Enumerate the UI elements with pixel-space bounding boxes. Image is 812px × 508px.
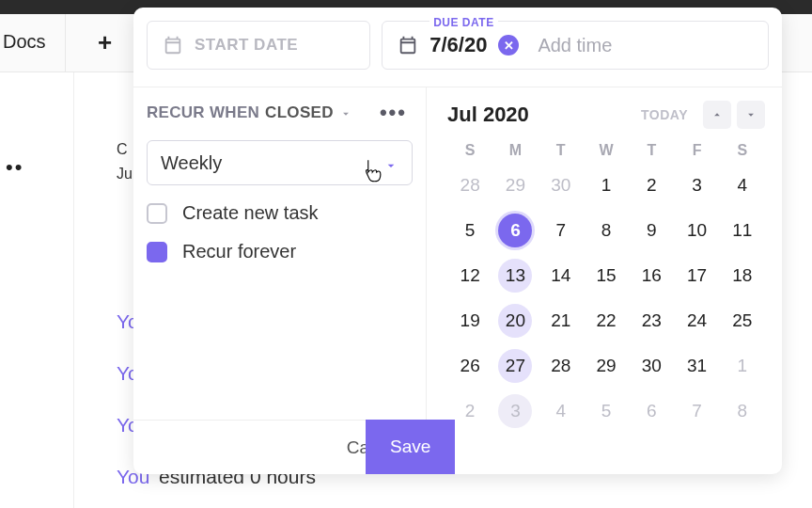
weekday-label: M [492, 142, 538, 159]
calendar-day[interactable]: 6 [629, 390, 674, 432]
calendar-day[interactable]: 9 [629, 210, 674, 251]
next-month-button[interactable] [737, 101, 765, 129]
chevron-down-icon[interactable] [339, 106, 352, 119]
divider [73, 72, 74, 508]
calendar-day[interactable]: 1 [720, 345, 765, 387]
recur-when-label: RECUR WHEN [147, 103, 259, 122]
more-horiz-icon[interactable]: •• [6, 155, 23, 180]
calendar-day[interactable]: 16 [629, 255, 674, 296]
date-recurrence-modal: START DATE DUE DATE 7/6/20 ✕ Add time RE… [133, 8, 782, 474]
calendar-day-selected[interactable]: 6 [492, 210, 538, 251]
calendar-day[interactable]: 27 [492, 345, 538, 387]
recurrence-panel: RECUR WHEN CLOSED ••• Weekly Create new … [133, 87, 427, 425]
frequency-value: Weekly [161, 152, 222, 174]
calendar-day[interactable]: 8 [584, 210, 629, 251]
calendar-day[interactable]: 3 [674, 165, 719, 206]
calendar-month-label: Jul 2020 [447, 103, 529, 127]
calendar-day[interactable]: 31 [674, 345, 719, 387]
calendar-day[interactable]: 30 [539, 165, 584, 206]
start-date-field[interactable]: START DATE [147, 21, 370, 70]
weekday-label: S [720, 142, 765, 159]
calendar-day[interactable]: 15 [584, 255, 629, 296]
more-options-icon[interactable]: ••• [374, 101, 413, 125]
calendar-day[interactable]: 10 [674, 210, 719, 251]
add-time-button[interactable]: Add time [538, 35, 612, 56]
calendar-day[interactable]: 30 [629, 345, 674, 387]
due-date-label: DUE DATE [429, 16, 497, 29]
calendar-day[interactable]: 26 [447, 345, 492, 387]
calendar-day[interactable]: 23 [629, 300, 674, 341]
calendar-day[interactable]: 8 [720, 390, 765, 432]
calendar-day[interactable]: 22 [584, 300, 629, 341]
recur-trigger-value[interactable]: CLOSED [265, 103, 334, 122]
calendar-day[interactable]: 4 [539, 390, 584, 432]
calendar-day[interactable]: 12 [447, 255, 492, 296]
calendar-grid: 2829301234567891011121314151617181920212… [447, 165, 765, 432]
calendar-day[interactable]: 7 [539, 210, 584, 251]
calendar-day[interactable]: 29 [584, 345, 629, 387]
calendar-day[interactable]: 5 [584, 390, 629, 432]
option-create-new-task[interactable]: Create new task [147, 202, 413, 224]
today-button[interactable]: TODAY [641, 107, 688, 122]
calendar-day[interactable]: 13 [492, 255, 538, 296]
start-date-placeholder: START DATE [195, 36, 298, 55]
calendar-day[interactable]: 29 [492, 165, 538, 206]
checkbox-checked[interactable] [147, 242, 167, 262]
checkbox-unchecked[interactable] [147, 203, 167, 224]
frequency-select[interactable]: Weekly [147, 140, 413, 185]
chevron-down-icon [383, 156, 398, 178]
weekday-header: SMTWTFS [447, 142, 765, 159]
calendar-day[interactable]: 17 [674, 255, 719, 296]
clear-due-date-button[interactable]: ✕ [498, 35, 519, 56]
prev-month-button[interactable] [703, 101, 731, 129]
option-recur-forever[interactable]: Recur forever [147, 241, 413, 262]
weekday-label: W [584, 142, 629, 159]
calendar-day[interactable]: 2 [629, 165, 674, 206]
calendar-day[interactable]: 25 [720, 300, 765, 341]
calendar-day[interactable]: 21 [539, 300, 584, 341]
calendar-day[interactable]: 24 [674, 300, 719, 341]
calendar-icon [163, 35, 183, 56]
calendar-day[interactable]: 11 [720, 210, 765, 251]
chevron-down-icon [744, 108, 757, 121]
calendar-day[interactable]: 19 [447, 300, 492, 341]
calendar-icon [398, 35, 418, 56]
close-icon: ✕ [504, 39, 514, 53]
calendar-panel: Jul 2020 TODAY SMTWTFS 28293012345678910… [427, 87, 782, 425]
save-button[interactable]: Save [366, 420, 455, 474]
calendar-day[interactable]: 14 [539, 255, 584, 296]
due-date-value: 7/6/20 [429, 33, 487, 57]
calendar-day[interactable]: 20 [492, 300, 538, 341]
calendar-day[interactable]: 7 [674, 390, 719, 432]
calendar-day[interactable]: 5 [447, 210, 492, 251]
calendar-day[interactable]: 4 [720, 165, 765, 206]
weekday-label: T [629, 142, 674, 159]
tab-docs[interactable]: Docs [0, 14, 66, 72]
option-label: Create new task [182, 202, 319, 224]
calendar-day[interactable]: 28 [539, 345, 584, 387]
breadcrumb-fragment: Ju [117, 166, 133, 183]
calendar-day[interactable]: 18 [720, 255, 765, 296]
due-date-field[interactable]: DUE DATE 7/6/20 ✕ Add time [382, 21, 769, 70]
calendar-day[interactable]: 28 [447, 165, 492, 206]
add-tab-icon[interactable]: + [98, 28, 112, 57]
option-label: Recur forever [182, 241, 296, 262]
calendar-day[interactable]: 1 [584, 165, 629, 206]
weekday-label: T [539, 142, 584, 159]
weekday-label: F [674, 142, 719, 159]
weekday-label: S [447, 142, 492, 159]
chevron-up-icon [710, 108, 724, 121]
breadcrumb-fragment: C [117, 141, 128, 158]
calendar-day[interactable]: 3 [492, 390, 538, 432]
